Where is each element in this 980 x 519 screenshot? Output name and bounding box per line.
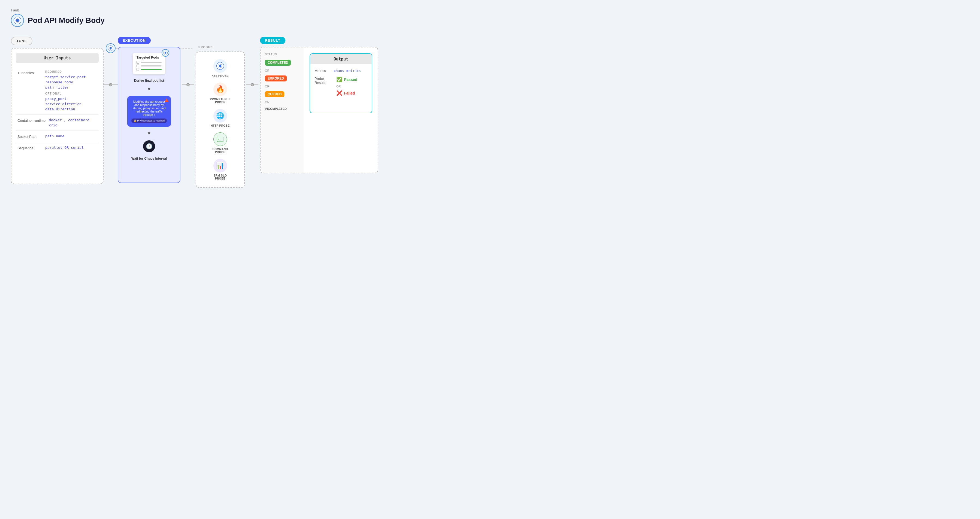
- privilege-badge: 🔒 Privilege access required: [131, 119, 167, 123]
- targeted-pods-card: Targeted Pods: [133, 53, 165, 75]
- socket-path-row: Socket Path path name: [16, 131, 99, 142]
- probes-label: PROBES: [196, 46, 245, 49]
- sequence-label: Sequence: [18, 146, 42, 150]
- derive-label: Derive final pod list: [134, 79, 164, 83]
- tune-section: TUNE User Inputs Tuneables REQUIRED targ…: [11, 37, 103, 184]
- probe-or: OR: [336, 85, 357, 88]
- tuneable-target-service-port: target_service_port: [45, 75, 97, 79]
- probe-results-row: Probe Results ✅ Passed OR ❌: [315, 76, 368, 96]
- execution-section: EXECUTION Targeted Pods: [118, 37, 180, 183]
- probe-results-label: Probe: [315, 76, 334, 81]
- tuneables-row: Tuneables REQUIRED target_service_port r…: [16, 67, 99, 115]
- status-queued: QUEUED: [265, 91, 284, 97]
- k8s-logo-icon: [11, 14, 24, 27]
- tuneable-response-body: response_body: [45, 80, 97, 84]
- status-box: STATUS COMPLETED OR ERRORED OR QUEUED OR…: [261, 48, 304, 173]
- status-errored: ERRORED: [265, 75, 287, 81]
- svg-point-5: [165, 52, 166, 53]
- container-runtime-label: Container runtime: [18, 118, 46, 127]
- tune-badge: TUNE: [11, 37, 32, 45]
- optional-sublabel: OPTIONAL: [45, 92, 97, 95]
- probe-results-label-2: Results: [315, 81, 334, 85]
- srm-probe-label: SRM SLOPROBE: [213, 174, 227, 180]
- clock-icon: 🕐: [143, 140, 155, 152]
- command-probe-item: >_ COMMANDPROBE: [213, 132, 228, 154]
- status-sublabel: STATUS: [265, 53, 300, 56]
- http-probe-icon: 🌐: [213, 109, 227, 122]
- tuneable-service-direction: service_direction: [45, 102, 97, 106]
- http-probe-label: HTTP PROBE: [211, 124, 229, 127]
- srm-probe-icon: 📊: [213, 159, 227, 173]
- container-runtime-row: Container runtime docker , containerd cr…: [16, 115, 99, 131]
- prometheus-probe-item: 🔥 PROMETHEUSPROBE: [210, 83, 231, 104]
- tuneable-path-filter: path_filter: [45, 85, 97, 89]
- probe-results-values: ✅ Passed OR ❌ Failed: [336, 76, 357, 96]
- prometheus-probe-icon: 🔥: [213, 83, 227, 96]
- or-3: OR: [265, 100, 300, 104]
- required-sublabel: REQUIRED: [45, 70, 97, 73]
- x-circle-icon: ❌: [336, 90, 342, 96]
- red-triangle-icon: [164, 98, 169, 102]
- output-header: Output: [310, 54, 372, 64]
- failed-item: ❌ Failed: [336, 90, 357, 96]
- output-box: Output Metrics chaos metrics Probe Resul…: [310, 53, 372, 113]
- modifies-text: Modifies the api request and response bo…: [131, 100, 167, 116]
- metrics-row: Metrics chaos metrics: [315, 69, 368, 73]
- srm-probe-item: 📊 SRM SLOPROBE: [213, 159, 227, 180]
- right-connector-dot: [251, 83, 254, 86]
- arrow-down-icon-2: ▼: [147, 131, 151, 136]
- status-completed: COMPLETED: [265, 60, 291, 66]
- failed-label: Failed: [344, 91, 355, 95]
- metrics-value: chaos metrics: [334, 69, 361, 73]
- or-2: OR: [265, 85, 300, 88]
- passed-item: ✅ Passed: [336, 76, 357, 83]
- svg-point-1: [17, 20, 18, 21]
- socket-path-label: Socket Path: [18, 134, 42, 139]
- check-circle-icon: ✅: [336, 76, 342, 83]
- socket-path-value: path name: [45, 134, 97, 138]
- connector-k8s-icon: [106, 43, 116, 53]
- command-probe-icon: >_: [213, 132, 227, 146]
- k8s-probe-label: K8S PROBE: [212, 75, 229, 77]
- tuneable-data-direction: data_direction: [45, 107, 97, 111]
- mid-connector-dot: [186, 83, 190, 86]
- http-probe-item: 🌐 HTTP PROBE: [211, 109, 229, 127]
- sequence-row: Sequence parallel OR serial: [16, 142, 99, 153]
- container-runtime-docker: docker , containerd: [49, 118, 97, 122]
- fault-label: Fault: [11, 8, 969, 12]
- passed-label: Passed: [344, 77, 357, 82]
- container-runtime-crio: crio: [49, 123, 97, 127]
- or-1: OR: [265, 69, 300, 72]
- metrics-label: Metrics: [315, 69, 331, 73]
- result-badge: RESULT: [260, 37, 285, 44]
- status-incompleted: INCOMPLETED: [265, 107, 300, 110]
- arrow-down-icon: ▼: [147, 87, 151, 92]
- execution-badge: EXECUTION: [118, 37, 151, 44]
- svg-point-3: [110, 48, 111, 49]
- targeted-pods-title: Targeted Pods: [137, 56, 162, 59]
- k8s-probe-item: K8S PROBE: [212, 59, 229, 77]
- page-title: Pod API Modify Body: [28, 16, 105, 25]
- tuneables-label: Tuneables: [18, 70, 42, 111]
- prometheus-probe-label: PROMETHEUSPROBE: [210, 98, 231, 104]
- tune-box: User Inputs Tuneables REQUIRED target_se…: [11, 48, 103, 184]
- user-inputs-header: User Inputs: [16, 53, 99, 63]
- targeted-pods-k8s-icon: [162, 49, 169, 57]
- k8s-probe-icon: [213, 59, 227, 73]
- wait-chaos-label: Wait for Chaos Interval: [131, 157, 167, 160]
- execution-box: Targeted Pods Derive final pod list ▼: [118, 47, 180, 183]
- tuneable-proxy-port: proxy_port: [45, 97, 97, 101]
- probes-box: K8S PROBE 🔥 PROMETHEUSPROBE 🌐 HTTP PROBE…: [196, 51, 245, 188]
- result-section: RESULT STATUS COMPLETED OR ERRORED OR QU…: [260, 37, 378, 173]
- command-probe-label: COMMANDPROBE: [213, 148, 228, 154]
- probes-section: PROBES K8S PROBE 🔥 PROMETHEUSPROBE: [196, 37, 245, 188]
- svg-point-7: [220, 65, 221, 67]
- svg-text:>_: >_: [218, 138, 221, 141]
- sequence-value: parallel OR serial: [45, 146, 97, 149]
